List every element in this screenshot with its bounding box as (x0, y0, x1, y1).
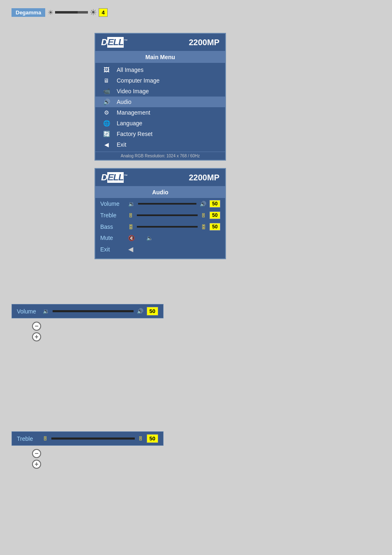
mute-label: Mute (100, 235, 125, 241)
treble-bullet-list: − + (32, 449, 188, 469)
treble-increase-button[interactable]: + (32, 460, 41, 469)
degamma-sun-right-icon: ☀ (90, 7, 97, 17)
audio-panel: DELL™ 2200MP Audio Volume 🔉 🔊 50 Treble … (95, 168, 226, 259)
treble-decrease-item: − (32, 449, 188, 458)
audio-treble-row: Treble 🎚 🎚 50 (95, 210, 225, 221)
degamma-value: 4 (99, 8, 108, 17)
main-menu-logo: DELL™ (101, 37, 127, 48)
bass-track[interactable] (137, 226, 198, 228)
mute-on-icon[interactable]: 🔈 (146, 235, 153, 241)
degamma-bar: Degamma ☀ ☀ 4 (12, 7, 108, 17)
degamma-track-fill (55, 11, 78, 14)
treble-slider-label: Treble (17, 435, 39, 442)
audio-dell-d: D (101, 172, 107, 182)
volume-slider-track[interactable] (53, 310, 134, 312)
audio-title: Audio (95, 187, 225, 198)
volume-slider-low-icon: 🔉 (43, 308, 49, 314)
menu-item-factory-reset[interactable]: 🔄 Factory Reset (95, 129, 225, 139)
audio-icon: 🔊 (102, 99, 111, 105)
audio-label: Audio (117, 99, 131, 105)
all-images-label: All Images (117, 67, 143, 73)
audio-panel-spacer (95, 255, 225, 258)
volume-track[interactable] (138, 203, 196, 205)
mute-icons: 🔇 🔈 (128, 235, 220, 241)
audio-logo: DELL™ (101, 172, 127, 183)
treble-increase-item: + (32, 460, 188, 469)
treble-value: 50 (210, 212, 220, 219)
management-icon: ⚙ (102, 109, 111, 116)
volume-slider-row: Volume 🔉 🔊 50 (12, 304, 164, 318)
menu-item-language[interactable]: 🌐 Language (95, 118, 225, 129)
treble-slider-value: 50 (147, 434, 158, 443)
menu-item-exit[interactable]: ◀ Exit (95, 139, 225, 150)
degamma-label: Degamma (12, 8, 45, 17)
language-label: Language (117, 120, 142, 127)
degamma-track[interactable] (55, 11, 88, 14)
degamma-sun-left-icon: ☀ (48, 9, 53, 16)
menu-item-computer-image[interactable]: 🖥 Computer Image (95, 75, 225, 86)
logo-tm: ™ (124, 39, 127, 43)
computer-image-icon: 🖥 (102, 77, 111, 84)
treble-slider-track[interactable] (51, 438, 135, 440)
all-images-icon: 🖼 (102, 67, 111, 73)
menu-item-management[interactable]: ⚙ Management (95, 107, 225, 118)
volume-value: 50 (210, 200, 220, 207)
audio-exit-row: Exit ◀ (95, 243, 225, 255)
osd-container: DELL™ 2200MP Main Menu 🖼 All Images 🖥 Co… (95, 33, 226, 267)
main-menu-header: DELL™ 2200MP (95, 34, 225, 51)
volume-high-icon: 🔊 (200, 201, 206, 207)
treble-track[interactable] (137, 214, 198, 216)
volume-slider-label: Volume (17, 308, 39, 315)
volume-increase-item: + (32, 332, 188, 341)
volume-bullet-list: − + (32, 322, 188, 341)
bass-low-icon: 🎛 (128, 224, 134, 230)
language-icon: 🌐 (102, 120, 111, 127)
audio-dell-ell: ELL (107, 172, 124, 183)
treble-label: Treble (100, 212, 125, 219)
audio-mute-row: Mute 🔇 🔈 (95, 233, 225, 243)
treble-low-icon: 🎚 (128, 212, 134, 219)
treble-high-icon: 🎚 (201, 212, 206, 219)
exit-icon: ◀ (102, 141, 111, 148)
audio-model: 2200MP (189, 173, 220, 182)
dell-ell: ELL (107, 37, 124, 48)
volume-label: Volume (100, 200, 125, 207)
audio-exit-icons: ◀ (128, 245, 220, 253)
exit-label: Exit (117, 141, 126, 148)
main-menu-footer: Analog RGB Resolution: 1024 x 768 / 60Hz (95, 152, 225, 160)
management-label: Management (117, 109, 150, 116)
menu-item-video-image[interactable]: 📹 Video Image (95, 86, 225, 97)
bass-icons: 🎛 🎛 (128, 224, 206, 230)
main-menu-panel: DELL™ 2200MP Main Menu 🖼 All Images 🖥 Co… (95, 33, 226, 161)
audio-logo-tm: ™ (124, 174, 127, 178)
audio-volume-row: Volume 🔉 🔊 50 (95, 198, 225, 210)
volume-low-icon: 🔉 (128, 201, 135, 207)
bass-label: Bass (100, 223, 125, 230)
menu-item-all-images[interactable]: 🖼 All Images (95, 64, 225, 75)
audio-header: DELL™ 2200MP (95, 169, 225, 187)
degamma-slider-area: ☀ ☀ 4 (48, 7, 108, 17)
volume-decrease-item: − (32, 322, 188, 331)
treble-slider-high-icon: 🎚 (138, 435, 143, 442)
volume-increase-button[interactable]: + (32, 332, 41, 341)
menu-item-audio[interactable]: 🔊 Audio (95, 97, 225, 107)
volume-slider-value: 50 (147, 307, 158, 315)
bass-value: 50 (210, 223, 220, 230)
factory-reset-icon: 🔄 (102, 131, 111, 137)
computer-image-label: Computer Image (117, 77, 159, 84)
volume-slider-high-icon: 🔊 (137, 308, 143, 314)
audio-exit-label: Exit (100, 246, 125, 253)
dell-d: D (101, 37, 107, 47)
main-menu-title: Main Menu (95, 51, 225, 63)
volume-decrease-button[interactable]: − (32, 322, 41, 331)
mute-off-icon[interactable]: 🔇 (128, 235, 135, 241)
treble-icons: 🎚 🎚 (128, 212, 206, 219)
main-menu-model: 2200MP (189, 38, 220, 47)
treble-slider-icons: 🎚 🎚 (43, 435, 143, 442)
volume-slider-icons: 🔉 🔊 (43, 308, 143, 314)
treble-decrease-button[interactable]: − (32, 449, 41, 458)
video-image-icon: 📹 (102, 88, 111, 94)
audio-exit-icon[interactable]: ◀ (128, 245, 133, 253)
treble-slider-low-icon: 🎚 (43, 435, 48, 442)
volume-section: Volume 🔉 🔊 50 − + (12, 304, 188, 343)
